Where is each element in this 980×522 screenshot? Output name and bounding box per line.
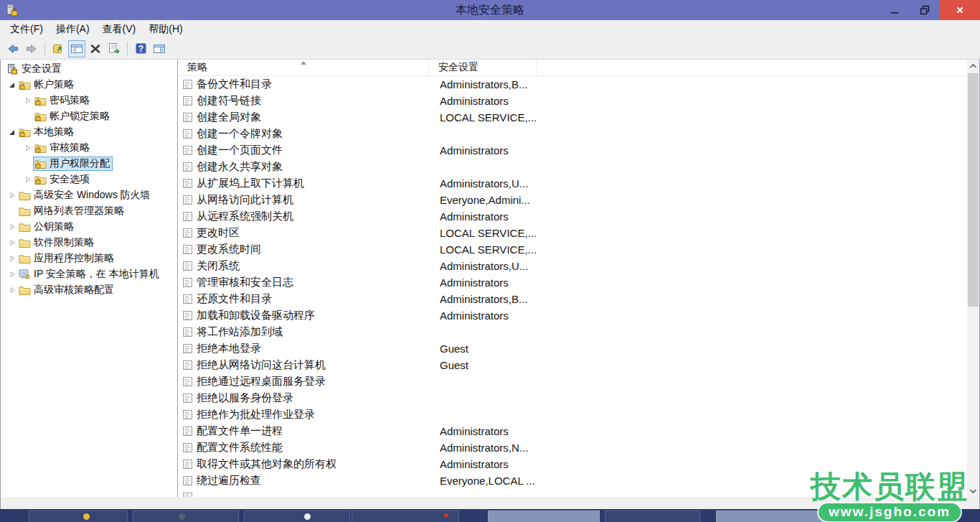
toolbar-separator [44,42,45,56]
folder-import-button[interactable] [50,40,67,57]
folder-lock-icon [34,111,47,122]
policy-row[interactable]: 配置文件单一进程Administrators [178,423,967,439]
policy-name: 管理审核和安全日志 [197,276,434,289]
menu-file[interactable]: 文件(F) [4,21,50,38]
minimize-button[interactable] [880,0,910,20]
expander-expanded-icon[interactable] [6,80,17,89]
policy-row[interactable]: 将工作站添加到域 [178,324,967,340]
delete-button[interactable] [87,40,104,57]
policy-row[interactable]: 从扩展坞上取下计算机Administrators,U... [178,175,967,192]
taskbar-button[interactable] [605,511,700,522]
expander-collapsed-icon[interactable] [22,144,33,152]
tree-item-label: 网络列表管理器策略 [34,205,124,218]
policy-row[interactable]: 创建一个页面文件Administrators [178,142,967,159]
expander-collapsed-icon[interactable] [6,191,17,200]
watermark-url: www.jsgho.com [819,503,961,521]
policy-doc-icon [182,95,193,106]
policy-row[interactable]: 从网络访问此计算机Everyone,Admini... [178,192,967,208]
scroll-up-button[interactable] [967,60,979,72]
policy-row[interactable]: 拒绝作为批处理作业登录 [178,406,967,423]
vertical-scrollbar[interactable] [967,60,979,497]
policy-row[interactable]: 创建永久共享对象 [178,159,967,175]
expander-collapsed-icon[interactable] [6,238,17,247]
back-button[interactable] [4,40,22,57]
tree-item[interactable]: IP 安全策略，在 本地计算机 [1,266,177,282]
tree-item[interactable]: 高级审核策略配置 [1,282,177,298]
tree-item[interactable]: 软件限制策略 [1,235,177,251]
policy-doc-icon [182,310,193,321]
tree-item-label: 本地策略 [34,126,74,139]
tree-item[interactable]: 安全设置 [1,61,177,77]
policy-row[interactable]: 拒绝以服务身份登录 [178,390,967,406]
tree-item[interactable]: 密码策略 [1,93,177,108]
scrollbar-thumb[interactable] [968,73,979,307]
policy-doc-icon [182,244,193,255]
restore-button[interactable] [910,0,940,20]
policy-row[interactable]: 从远程系统强制关机Administrators [178,208,967,225]
policy-doc-icon [182,261,193,271]
policy-name: 拒绝本地登录 [197,342,434,355]
menu-view[interactable]: 查看(V) [96,21,143,38]
column-header-security-setting[interactable]: 安全设置 [429,60,537,75]
tree-item[interactable]: 安全选项 [1,172,177,187]
action-pane-button[interactable] [151,40,168,57]
policy-row[interactable]: 拒绝本地登录Guest [178,340,967,357]
policy-row[interactable]: 加载和卸载设备驱动程序Administrators [178,307,967,324]
expander-collapsed-icon[interactable] [6,286,17,294]
tree-item[interactable]: 帐户策略 [1,77,177,93]
security-setting-value: Everyone,Admini... [434,194,530,206]
policy-row[interactable]: 备份文件和目录Administrators,B... [178,76,967,93]
security-setting-value: Administrators,U... [434,177,528,190]
policy-row[interactable]: 关闭系统Administrators,U... [178,258,967,274]
expander-collapsed-icon[interactable] [22,175,33,184]
expander-collapsed-icon[interactable] [6,254,17,263]
expander-expanded-icon[interactable] [6,128,17,136]
policy-row[interactable]: 创建全局对象LOCAL SERVICE,... [178,109,967,126]
security-setting-value: LOCAL SERVICE,... [434,243,537,256]
console-tree-button[interactable] [68,40,85,57]
tree-item[interactable]: 帐户锁定策略 [1,108,177,124]
taskbar-button[interactable] [244,511,350,522]
tree-item[interactable]: 用户权限分配 [1,156,177,172]
tree-node: 帐户策略 [17,78,77,92]
tree-item[interactable]: 网络列表管理器策略 [1,203,177,219]
taskbar-icon [83,513,90,520]
taskbar-button[interactable] [133,511,239,522]
policy-name: 更改系统时间 [197,243,434,256]
tree-item[interactable]: 本地策略 [1,124,177,140]
menu-action[interactable]: 操作(A) [50,21,96,38]
policy-doc-icon [182,294,193,304]
expander-collapsed-icon[interactable] [22,96,33,105]
taskbar-button[interactable] [29,511,128,522]
expander-collapsed-icon[interactable] [6,223,17,231]
tree-node: 本地策略 [17,125,77,139]
forward-button[interactable] [23,40,40,57]
policy-row[interactable]: 管理审核和安全日志Administrators [178,274,967,291]
policy-name: 从扩展坞上取下计算机 [197,177,434,190]
policy-row[interactable]: 拒绝从网络访问这台计算机Guest [178,357,967,373]
close-button[interactable] [940,0,980,20]
expander-collapsed-icon[interactable] [6,270,17,279]
taskbar-button[interactable] [488,511,600,522]
scroll-down-button[interactable] [967,485,979,497]
tree-item[interactable]: 公钥策略 [1,219,177,235]
export-list-button[interactable] [105,40,123,57]
tree-item-label: 帐户锁定策略 [50,110,110,123]
folder-plain-icon [19,206,31,217]
column-header-policy[interactable]: 策略 [178,60,429,75]
policy-row[interactable]: 还原文件和目录Administrators,B... [178,291,967,307]
taskbar-button[interactable] [352,511,459,522]
tree-item-label: 安全设置 [22,62,62,75]
policy-row[interactable]: 更改系统时间LOCAL SERVICE,... [178,241,967,258]
tree-item[interactable]: 应用程序控制策略 [1,251,177,266]
policy-doc-icon [182,343,193,354]
policy-row[interactable]: 更改时区LOCAL SERVICE,... [178,225,967,241]
policy-row[interactable]: 配置文件系统性能Administrators,N... [178,439,967,456]
tree-item[interactable]: 高级安全 Windows 防火墙 [1,187,177,203]
menu-help[interactable]: 帮助(H) [142,21,189,38]
help-button[interactable]: ? [132,40,149,57]
policy-row[interactable]: 拒绝通过远程桌面服务登录 [178,373,967,390]
policy-row[interactable]: 创建一个令牌对象 [178,126,967,142]
tree-item[interactable]: 审核策略 [1,140,177,156]
policy-row[interactable]: 创建符号链接Administrators [178,93,967,109]
